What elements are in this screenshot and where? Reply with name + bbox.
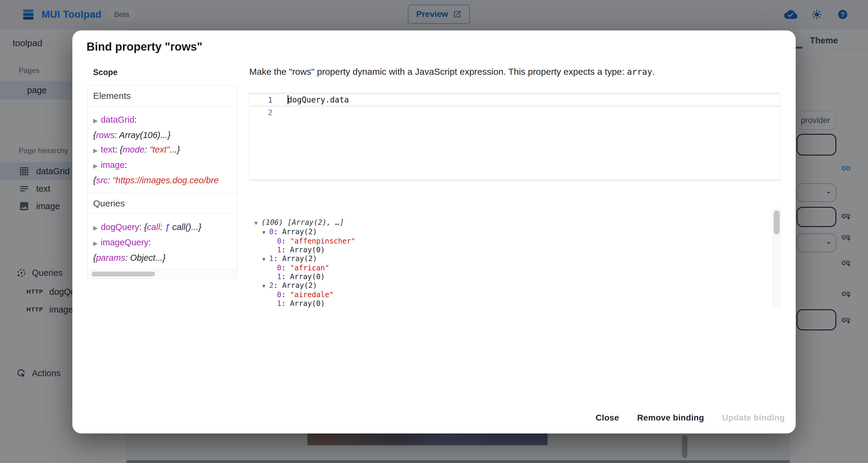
update-binding-button: Update binding [716, 409, 791, 426]
line-number: 2 [250, 108, 273, 117]
scope-tree-item[interactable]: ▶text: {mode: "text"...} [93, 142, 237, 158]
scope-queries-list: ▶dogQuery: {call: ƒ call()...}▶imageQuer… [88, 214, 237, 270]
tree-row[interactable]: 1: Array(0) [249, 273, 781, 281]
editor-code: dogQuery.data [287, 95, 349, 104]
tree-row[interactable]: ▼(106) [Array(2), …] [249, 218, 781, 227]
tree-row[interactable]: ▼1: Array(2) [249, 254, 781, 264]
dialog-description: Make the "rows" property dynamic with a … [249, 67, 786, 77]
expression-editor[interactable]: 1 dogQuery.data 2 [249, 93, 780, 181]
dialog-title: Bind property "rows" [87, 40, 202, 53]
scope-browser: Elements ▶dataGrid:{rows: Array(106)...}… [87, 85, 237, 279]
tree-row[interactable]: ▼2: Array(2) [249, 281, 781, 290]
scope-label: Scope [93, 68, 118, 77]
scope-tree-item[interactable]: ▶imageQuery:{params: Object...} [93, 235, 237, 265]
scope-elements-list: ▶dataGrid:{rows: Array(106)...}▶text: {m… [88, 106, 237, 193]
expected-type: array [627, 67, 652, 77]
tree-row[interactable]: 1: Array(0) [249, 299, 781, 308]
tree-row[interactable]: ▼3: Array(2) [249, 308, 781, 308]
scope-elements-header: Elements [88, 86, 237, 106]
dialog-actions: Close Remove binding Update binding [590, 409, 791, 426]
expression-result-tree: ▼(106) [Array(2), …]▼0: Array(2)0: "affe… [249, 208, 781, 308]
tree-row[interactable]: 0: "affenpinscher" [249, 237, 781, 246]
scope-tree-item[interactable]: ▶dataGrid:{rows: Array(106)...} [93, 113, 237, 142]
editor-padding [250, 179, 780, 181]
tree-row[interactable]: 1: Array(0) [249, 246, 781, 254]
line-number: 1 [250, 96, 273, 104]
editor-line[interactable]: 2 [250, 107, 780, 118]
bind-property-dialog: Bind property "rows" Scope Elements ▶dat… [72, 30, 796, 433]
scope-scrollbar-thumb[interactable] [92, 272, 155, 276]
scope-tree-item[interactable]: ▶dogQuery: {call: ƒ call()...} [93, 220, 237, 235]
scope-queries-header: Queries [88, 193, 237, 214]
close-button[interactable]: Close [590, 409, 625, 426]
tree-row[interactable]: 0: "african" [249, 264, 781, 273]
tree-scrollbar[interactable] [772, 208, 781, 308]
scope-tree-item[interactable]: ▶image:{src: "https://images.dog.ceo/bre [93, 158, 237, 187]
editor-line[interactable]: 1 dogQuery.data [250, 94, 780, 105]
scope-horizontal-scrollbar[interactable] [88, 269, 237, 279]
tree-row[interactable]: 0: "airedale" [249, 290, 781, 299]
toolpad-app: MUI Toolpad Beta Preview [0, 0, 868, 463]
tree-row[interactable]: ▼0: Array(2) [249, 227, 781, 237]
remove-binding-button[interactable]: Remove binding [631, 409, 710, 426]
tree-scrollbar-thumb[interactable] [774, 210, 780, 235]
text-cursor [287, 95, 288, 104]
